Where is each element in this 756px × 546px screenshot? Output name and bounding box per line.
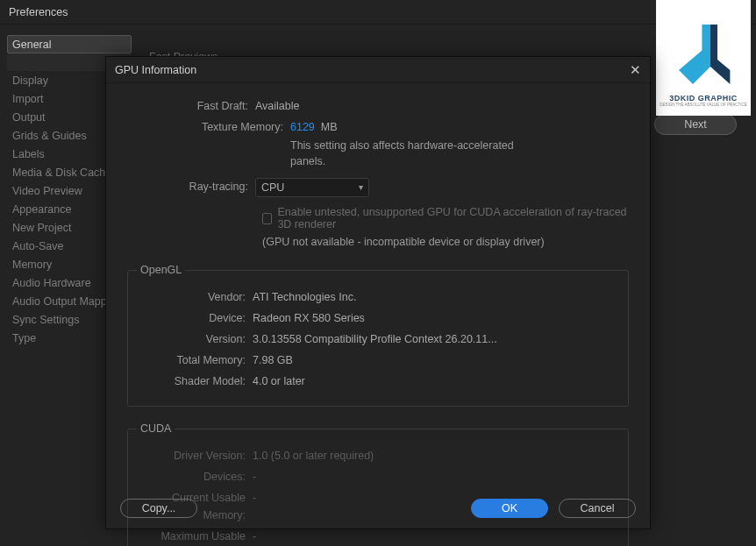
opengl-version-row: Version: 3.0.13558 Compatibility Profile… <box>137 330 619 348</box>
cuda-devices-row: Devices: - <box>137 468 619 486</box>
chevron-down-icon: ▾ <box>359 179 363 196</box>
dlg-close-icon[interactable]: ✕ <box>630 62 641 78</box>
watermark-logo: 3DKID GRAPHIC DESIGN THE ABSOLUTE VALUE … <box>656 0 751 116</box>
ray-tracing-label: Ray-tracing: <box>127 178 255 195</box>
cuda-driver-row: Driver Version: 1.0 (5.0 or later requir… <box>137 447 619 464</box>
opengl-device-label: Device: <box>137 309 253 327</box>
cuda-devices-value: - <box>253 468 619 486</box>
enable-gpu-label: Enable untested, unsupported GPU for CUD… <box>277 206 629 230</box>
sidebar-item-general[interactable]: General <box>7 35 132 53</box>
copy-button[interactable]: Copy... <box>120 499 197 518</box>
ray-tracing-selected: CPU <box>261 179 284 196</box>
gpu-unavailable-note: (GPU not available - incompatible device… <box>262 236 629 248</box>
opengl-memory-value: 7.98 GB <box>253 351 619 369</box>
texture-memory-label: Texture Memory: <box>127 118 290 136</box>
texture-memory-row: Texture Memory: 6129 MB This setting als… <box>127 118 629 169</box>
gpu-info-dialog: GPU Information ✕ Fast Draft: Available … <box>105 56 651 529</box>
logo-subtext: DESIGN THE ABSOLUTE VALUE OF PRACTICE <box>660 103 747 107</box>
cuda-group: CUDA Driver Version: 1.0 (5.0 or later r… <box>127 422 629 546</box>
cuda-devices-label: Devices: <box>137 468 253 486</box>
opengl-memory-row: Total Memory: 7.98 GB <box>137 351 619 369</box>
fast-draft-row: Fast Draft: Available <box>127 97 629 115</box>
ray-tracing-dropdown[interactable]: CPU ▾ <box>255 178 369 197</box>
opengl-device-row: Device: Radeon RX 580 Series <box>137 309 619 327</box>
fast-draft-label: Fast Draft: <box>127 97 255 115</box>
enable-gpu-row: Enable untested, unsupported GPU for CUD… <box>262 206 629 230</box>
opengl-memory-label: Total Memory: <box>137 351 253 369</box>
cuda-driver-value: 1.0 (5.0 or later required) <box>253 447 619 464</box>
cancel-button[interactable]: Cancel <box>559 499 636 518</box>
logo-icon <box>668 18 738 94</box>
opengl-group: OpenGL Vendor: ATI Technologies Inc. Dev… <box>127 264 629 407</box>
opengl-version-label: Version: <box>137 330 253 348</box>
opengl-shader-label: Shader Model: <box>137 372 253 390</box>
cuda-maxmem-row: Maximum Usable Memory: - <box>137 528 619 546</box>
opengl-shader-row: Shader Model: 4.0 or later <box>137 372 619 390</box>
ray-tracing-value: CPU ▾ <box>255 178 629 197</box>
logo-text: 3DKID GRAPHIC <box>669 94 738 103</box>
dlg-button-bar: Copy... OK Cancel <box>120 499 636 518</box>
opengl-vendor-value: ATI Technologies Inc. <box>253 288 619 306</box>
opengl-shader-value: 4.0 or later <box>253 372 619 390</box>
ray-tracing-row: Ray-tracing: CPU ▾ <box>127 178 629 197</box>
texture-memory-number[interactable]: 6129 <box>290 121 315 133</box>
dlg-title: GPU Information <box>115 64 196 76</box>
next-button[interactable]: Next <box>654 114 737 135</box>
opengl-vendor-row: Vendor: ATI Technologies Inc. <box>137 288 619 306</box>
enable-gpu-checkbox[interactable] <box>262 213 272 224</box>
opengl-device-value: Radeon RX 580 Series <box>253 309 619 327</box>
opengl-version-value: 3.0.13558 Compatibility Profile Context … <box>253 330 619 348</box>
texture-memory-unit: MB <box>321 121 338 133</box>
prefs-titlebar: Preferences ✕ <box>0 0 756 25</box>
cuda-maxmem-value: - <box>253 528 619 545</box>
opengl-legend: OpenGL <box>137 264 185 276</box>
cuda-legend: CUDA <box>137 422 175 435</box>
prefs-title: Preferences <box>9 6 68 18</box>
ok-button[interactable]: OK <box>471 499 548 518</box>
cuda-maxmem-label: Maximum Usable Memory: <box>137 528 253 546</box>
dlg-titlebar: GPU Information ✕ <box>106 57 650 83</box>
texture-memory-value: 6129 MB This setting also affects hardwa… <box>290 118 629 169</box>
cuda-driver-label: Driver Version: <box>137 447 253 464</box>
texture-note: This setting also affects hardware-accel… <box>290 138 518 169</box>
opengl-vendor-label: Vendor: <box>137 288 253 306</box>
fast-draft-value: Available <box>255 97 629 115</box>
dlg-body: Fast Draft: Available Texture Memory: 61… <box>106 83 650 546</box>
